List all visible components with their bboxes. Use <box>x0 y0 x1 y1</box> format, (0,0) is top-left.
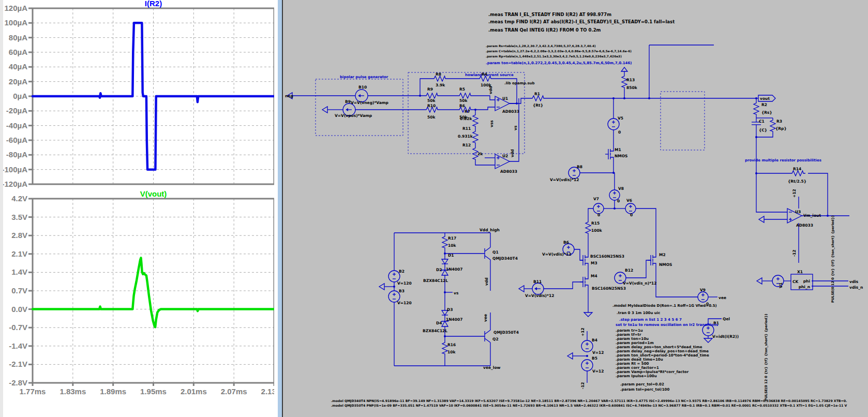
label-ad8033: AD8033 <box>796 223 813 228</box>
label-bipolar: bipolar pulse generator <box>340 75 388 79</box>
label-b2: B2 <box>399 269 405 274</box>
source-B5[interactable] <box>581 360 593 371</box>
mosfet-M4[interactable] <box>585 285 588 290</box>
pane-splitter[interactable] <box>274 0 283 417</box>
source-B4[interactable] <box>581 340 593 352</box>
label-set_tr: set tr to1u to remove oscillation on Ir2… <box>616 323 718 327</box>
diode-D1[interactable] <box>442 259 448 264</box>
resistor-R15[interactable] <box>586 220 591 234</box>
net-flag[interactable] <box>759 216 764 222</box>
resistor-R17[interactable] <box>442 234 447 249</box>
y-tick-label: -1.4V <box>9 341 27 350</box>
label-model_npn: .model QMJD340T4 NPN(IS=4.91896e-11 BF=3… <box>331 399 847 403</box>
y-tick-label: 4.2V <box>11 194 27 203</box>
y-tick-label: 40µA <box>9 62 27 71</box>
resistor-R8[interactable] <box>432 76 447 81</box>
resistor-R2[interactable] <box>754 101 759 115</box>
label-vs: vs <box>454 291 459 295</box>
label-q2: Q2 <box>492 337 499 341</box>
label-vdd_high: Vdd_high <box>480 228 500 232</box>
label-b6: B6 <box>563 240 569 245</box>
mosfet-M3[interactable] <box>585 263 588 268</box>
mosfet-M3[interactable] <box>585 252 588 257</box>
x-tick-label: 1.77ms <box>20 387 46 396</box>
label-provide: provide multiple resistor possibilities <box>745 158 821 162</box>
junction <box>444 335 446 337</box>
label-meas1: .meas TRAN I_EL_STEADY FIND I(R2) AT 998… <box>488 12 611 17</box>
label-b1v: V=idt(I(R2)) <box>712 334 739 339</box>
label-c1: C1 <box>759 119 765 124</box>
label-b3: B3 <box>399 289 405 293</box>
label-u3: U3 <box>795 210 801 214</box>
y-tick-label: -80µA <box>6 150 27 159</box>
resistor-R3[interactable] <box>770 118 775 132</box>
label-m12: -12 <box>792 249 797 257</box>
label-k10: 10k <box>447 350 456 354</box>
label-r12v: 2k <box>477 152 483 156</box>
zener-D4[interactable] <box>442 321 448 326</box>
label-k50: 50k <box>459 98 468 103</box>
mosfet-M1[interactable] <box>610 157 613 162</box>
resistor-R9[interactable] <box>424 93 440 98</box>
resistor-R7[interactable] <box>473 113 478 127</box>
mosfet-M1[interactable] <box>610 146 613 151</box>
label-r8v: 3.9k <box>436 83 445 87</box>
label-r12: R12 <box>462 143 471 147</box>
label-r1v: {Rt} <box>533 103 543 108</box>
label-zero: 0 <box>618 130 621 135</box>
label-p_dneg: .param delay_neg=delay_pos+ton+dead_time <box>616 349 709 353</box>
mosfet-M2[interactable] <box>653 263 656 268</box>
net-flag[interactable] <box>519 286 524 292</box>
resistor-R16[interactable] <box>442 340 447 355</box>
source-B2[interactable] <box>388 271 400 282</box>
y-tick-label: -2.8V <box>9 378 27 387</box>
mosfet-M2[interactable] <box>653 252 656 257</box>
net-flag[interactable] <box>379 284 384 290</box>
resistor-R14[interactable] <box>790 171 805 176</box>
label-m4: M4 <box>591 274 597 278</box>
wire <box>636 209 656 252</box>
net-flag[interactable] <box>322 107 327 113</box>
label-param_c: .param C=table(n,1,27.2e-6,2,2.08e-3,3,2… <box>486 50 632 53</box>
y-tick-label: 80µA <box>9 33 27 42</box>
plot-IR2[interactable]: 120µA100µA80µA60µA40µA20µA0µA-20µA-40µA-… <box>3 0 277 190</box>
net-flag[interactable] <box>567 353 573 359</box>
label-nmos: NMOS <box>659 262 672 267</box>
ground-flag[interactable] <box>584 312 592 317</box>
wire <box>613 173 615 190</box>
label-r10: R10 <box>427 103 436 108</box>
bjt-Q1[interactable] <box>485 247 490 251</box>
label-phi: phi <box>803 279 810 284</box>
bjt-Q2[interactable] <box>485 338 490 342</box>
waveform-pane[interactable]: 120µA100µA80µA60µA40µA20µA0µA-20µA-40µA-… <box>0 0 274 417</box>
label-model_pnp: .model QMJD350T4 PNP(IS=1e-09 BF=335.051… <box>331 404 847 408</box>
schematic-canvas[interactable]: .meas TRAN I_EL_STEADY FIND I(R2) AT 998… <box>283 0 868 417</box>
wire <box>588 209 593 220</box>
label-lib: .lib opamp.sub <box>504 81 535 85</box>
wire <box>510 98 530 103</box>
label-param_ton_tbl: .param ton=table(n,1,0.272,2,0.45,3,0.45… <box>486 61 632 65</box>
label-b5: B5 <box>592 356 597 361</box>
schematic-pane[interactable]: .meas TRAN I_EL_STEADY FIND I(R2) AT 998… <box>283 0 868 417</box>
mosfet-M4[interactable] <box>585 274 588 279</box>
resistor-R11[interactable] <box>473 129 478 144</box>
y-tick-label: -20µA <box>6 106 27 115</box>
label-vee: vee <box>719 295 726 300</box>
bjt-Q2[interactable] <box>485 330 490 334</box>
power-flag[interactable] <box>621 67 627 71</box>
net-flag[interactable] <box>757 278 762 284</box>
label-p_tr: .param tr=1u <box>616 329 643 333</box>
bjt-Q1[interactable] <box>485 256 490 260</box>
ground-flag[interactable] <box>704 338 712 342</box>
label-r2v: {Rs} <box>761 110 772 115</box>
x-tick-label: 1.83ms <box>59 387 86 396</box>
label-r7: R7 <box>465 109 470 114</box>
label-bzx: BZX84C12L <box>423 329 447 333</box>
label-p_dpos: .param delay_pos=ton_short+5*dead_time <box>616 345 702 349</box>
y-tick-label: 0µA <box>13 92 27 100</box>
y-tick-label: 1.4V <box>11 267 27 276</box>
label-pulse: PULSE(0 12 0 {tr} {tf} {ton_short} {peri… <box>764 314 768 401</box>
resistor-R1[interactable] <box>530 96 546 101</box>
plot-Vvout[interactable]: 4.2V3.5V2.8V2.1V1.4V0.7V0.0V-0.7V-1.4V-2… <box>3 190 277 417</box>
resistor-R5[interactable] <box>457 93 473 98</box>
